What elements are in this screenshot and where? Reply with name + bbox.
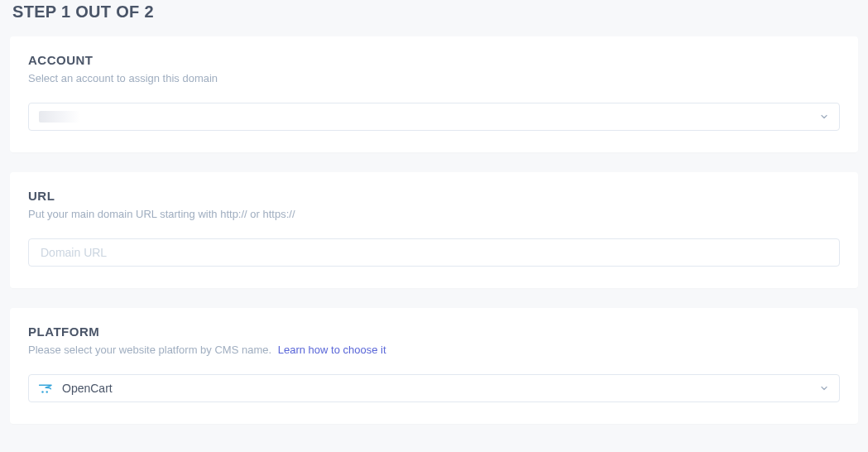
platform-label: PLATFORM [28,325,840,339]
url-label: URL [28,189,840,203]
platform-desc: Please select your website platform by C… [28,344,271,356]
url-desc: Put your main domain URL starting with h… [28,208,840,220]
account-desc: Select an account to assign this domain [28,72,840,84]
platform-selected-value: OpenCart [62,382,113,395]
chevron-down-icon [819,383,829,393]
url-card: URL Put your main domain URL starting wi… [10,172,858,288]
account-card: ACCOUNT Select an account to assign this… [10,36,858,152]
url-input[interactable] [28,238,840,267]
svg-point-1 [46,391,48,392]
opencart-icon [39,382,54,394]
svg-point-0 [41,391,43,392]
platform-desc-wrapper: Please select your website platform by C… [28,344,840,356]
platform-learn-link[interactable]: Learn how to choose it [278,344,386,356]
platform-select[interactable]: OpenCart [28,374,840,402]
platform-card: PLATFORM Please select your website plat… [10,308,858,424]
step-title: STEP 1 OUT OF 2 [12,2,858,22]
account-label: ACCOUNT [28,53,840,67]
chevron-down-icon [819,112,829,122]
account-select[interactable] [28,103,840,131]
account-selected-placeholder [39,111,80,123]
